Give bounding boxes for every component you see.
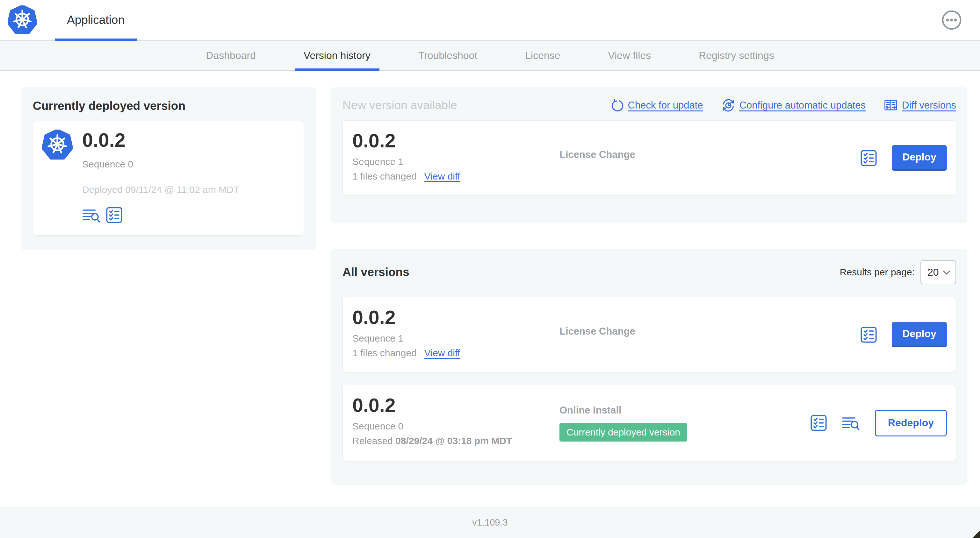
preflight-results-button[interactable] bbox=[810, 414, 827, 432]
version-row-sequence-0: 0.0.2 Sequence 0 Released 08/29/24 @ 03:… bbox=[342, 385, 956, 461]
more-menu-button[interactable] bbox=[941, 10, 962, 30]
main-content: Currently deployed version 0.0.2 Sequenc… bbox=[0, 71, 980, 507]
files-changed-text: 1 files changed bbox=[352, 171, 417, 182]
redeploy-button[interactable]: Redeploy bbox=[875, 410, 947, 436]
current-version-sequence: Sequence 0 bbox=[82, 159, 239, 170]
kubernetes-logo-icon bbox=[8, 5, 37, 35]
application-tab-label: Application bbox=[67, 13, 124, 27]
version-sequence: Sequence 1 bbox=[352, 156, 560, 167]
deploy-logs-icon bbox=[842, 416, 860, 431]
preflight-results-button[interactable] bbox=[860, 150, 877, 167]
version-source: License Change bbox=[560, 149, 635, 160]
new-version-row: 0.0.2 Sequence 1 1 files changed View di… bbox=[342, 120, 956, 195]
files-changed-text: 1 files changed bbox=[352, 348, 417, 359]
mouse-cursor bbox=[972, 530, 980, 538]
version-number: 0.0.2 bbox=[352, 130, 560, 152]
version-row-sequence-1: 0.0.2 Sequence 1 1 files changed View di… bbox=[342, 297, 956, 372]
version-number: 0.0.2 bbox=[352, 394, 560, 416]
diff-icon bbox=[884, 99, 897, 112]
refresh-icon bbox=[610, 99, 624, 112]
kubernetes-logo-icon bbox=[42, 130, 73, 160]
preflight-checklist-icon bbox=[860, 326, 877, 343]
console-version-label: v1.109.3 bbox=[472, 517, 508, 528]
version-source: License Change bbox=[560, 326, 635, 337]
app-subnav: Dashboard Version history Troubleshoot L… bbox=[0, 41, 980, 71]
tab-version-history[interactable]: Version history bbox=[295, 41, 379, 70]
all-versions-title: All versions bbox=[342, 265, 409, 279]
version-sequence: Sequence 1 bbox=[352, 333, 560, 344]
currently-deployed-badge: Currently deployed version bbox=[560, 423, 687, 441]
version-number: 0.0.2 bbox=[352, 306, 560, 329]
configure-automatic-updates-link[interactable]: Configure automatic updates bbox=[722, 99, 865, 112]
currently-deployed-title: Currently deployed version bbox=[33, 99, 304, 113]
deploy-button[interactable]: Deploy bbox=[892, 322, 947, 347]
preflight-checklist-icon bbox=[106, 206, 123, 224]
version-released-at: Released 08/29/24 @ 03:18 pm MDT bbox=[352, 435, 560, 446]
preflight-checklist-icon bbox=[860, 150, 877, 167]
diff-versions-link[interactable]: Diff versions bbox=[884, 99, 956, 112]
view-diff-link[interactable]: View diff bbox=[424, 348, 460, 359]
version-sequence: Sequence 0 bbox=[352, 421, 560, 432]
view-deploy-logs-button[interactable] bbox=[82, 208, 101, 223]
app-footer: v1.109.3 bbox=[0, 507, 980, 538]
tab-registry-settings[interactable]: Registry settings bbox=[690, 41, 783, 70]
preflight-checklist-icon bbox=[810, 414, 827, 432]
deploy-button[interactable]: Deploy bbox=[892, 145, 947, 171]
deploy-logs-icon bbox=[82, 208, 101, 223]
chevron-down-icon bbox=[943, 270, 950, 275]
preflight-results-button[interactable] bbox=[860, 326, 877, 343]
view-diff-link[interactable]: View diff bbox=[424, 171, 460, 182]
tab-troubleshoot[interactable]: Troubleshoot bbox=[409, 41, 487, 70]
preflight-results-button[interactable] bbox=[106, 206, 123, 224]
current-version-card: 0.0.2 Sequence 0 Deployed 09/11/24 @ 11:… bbox=[33, 121, 304, 236]
ellipsis-icon bbox=[941, 10, 962, 30]
check-for-update-link[interactable]: Check for update bbox=[610, 99, 703, 112]
results-per-page-select[interactable]: 20 bbox=[920, 260, 956, 284]
update-schedule-icon bbox=[722, 99, 735, 112]
results-per-page-label: Results per page: bbox=[840, 267, 915, 278]
all-versions-panel: All versions Results per page: 20 0.0.2 … bbox=[331, 249, 967, 485]
current-version-deployed-at: Deployed 09/11/24 @ 11:02 am MDT bbox=[82, 184, 239, 195]
app-header: Application bbox=[0, 0, 980, 41]
application-tab[interactable]: Application bbox=[55, 0, 137, 40]
new-version-panel: New version available Check for update C… bbox=[331, 87, 967, 224]
view-deploy-logs-button[interactable] bbox=[842, 416, 860, 431]
version-source: Online Install bbox=[560, 405, 622, 416]
current-version-number: 0.0.2 bbox=[82, 129, 239, 151]
tab-license[interactable]: License bbox=[516, 41, 569, 70]
currently-deployed-panel: Currently deployed version 0.0.2 Sequenc… bbox=[21, 87, 316, 250]
tab-dashboard[interactable]: Dashboard bbox=[197, 41, 265, 70]
tab-view-files[interactable]: View files bbox=[599, 41, 660, 70]
new-version-title: New version available bbox=[342, 99, 457, 112]
